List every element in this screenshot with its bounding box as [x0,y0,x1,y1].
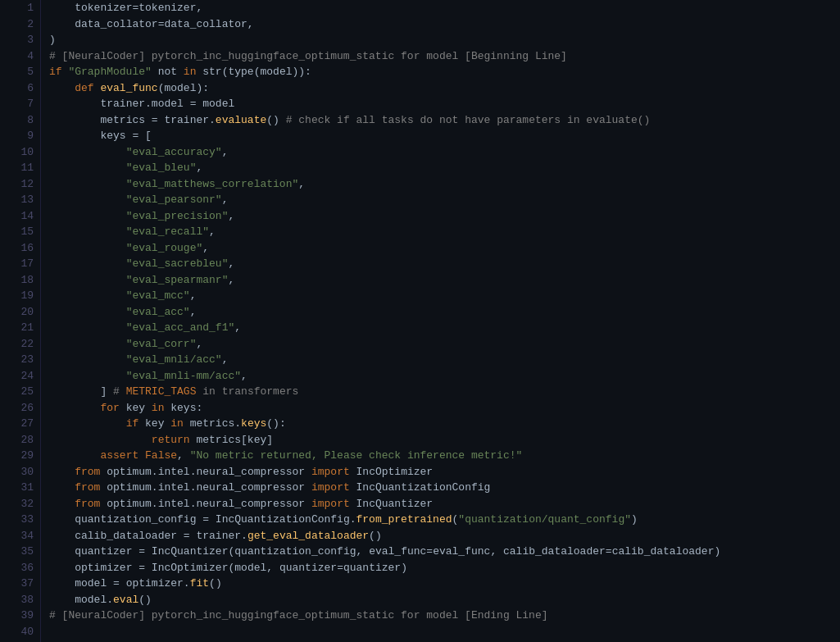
code-line: for key in keys: [49,400,840,417]
code-line: "eval_spearmanr", [49,272,840,289]
code-line: from optimum.intel.neural_compressor imp… [49,480,840,496]
code-line: optimizer = IncOptimizer(model, quantize… [49,560,840,576]
code-line: metrics = trainer.evaluate() # check if … [49,112,840,129]
code-line: quantization_config = IncQuantizationCon… [49,512,840,528]
code-line: ) [49,32,840,48]
code-line: # [NeuralCoder] pytorch_inc_huggingface_… [49,48,840,65]
code-line: from optimum.intel.neural_compressor imp… [49,464,840,480]
code-line: if key in metrics.keys(): [49,416,840,432]
code-line: "eval_mnli-mm/acc", [49,368,840,385]
code-line: model = optimizer.fit() [49,576,840,592]
code-line: tokenizer=tokenizer, [49,0,840,16]
code-line: "eval_accuracy", [49,144,840,161]
code-line: assert False, "No metric returned, Pleas… [49,448,840,464]
code-line: "eval_recall", [49,224,840,240]
code-line: "eval_precision", [49,208,840,225]
code-line: trainer.model = model [49,96,840,112]
code-line: if "GraphModule" not in str(type(model))… [49,64,840,80]
code-editor: 1 2 3 4 5 6 7 8 9 10 11 12 13 14 15 16 1… [0,0,840,642]
code-line: def eval_func(model): [49,80,840,97]
code-line: "eval_pearsonr", [49,192,840,208]
code-line: "eval_sacrebleu", [49,256,840,272]
code-line: "eval_mcc", [49,288,840,304]
code-line: "eval_mnli/acc", [49,352,840,368]
line-numbers: 1 2 3 4 5 6 7 8 9 10 11 12 13 14 15 16 1… [0,0,41,642]
code-line: "eval_acc", [49,304,840,321]
code-line: "eval_bleu", [49,160,840,176]
code-line: "eval_rouge", [49,240,840,257]
code-line: "eval_acc_and_f1", [49,320,840,336]
code-line: "eval_matthews_correlation", [49,176,840,193]
code-line: # [NeuralCoder] pytorch_inc_huggingface_… [49,608,840,624]
code-line: from optimum.intel.neural_compressor imp… [49,496,840,512]
code-line: keys = [ [49,128,840,144]
code-content: tokenizer=tokenizer, data_collator=data_… [41,0,840,642]
code-line: data_collator=data_collator, [49,16,840,33]
code-line-metric-tags: ] # METRIC_TAGS in transformers [49,384,840,400]
code-line: quantizer = IncQuantizer(quantization_co… [49,544,840,560]
code-line: "eval_corr", [49,336,840,353]
code-line: return metrics[key] [49,432,840,448]
code-line: model.eval() [49,592,840,608]
code-line: calib_dataloader = trainer.get_eval_data… [49,528,840,544]
